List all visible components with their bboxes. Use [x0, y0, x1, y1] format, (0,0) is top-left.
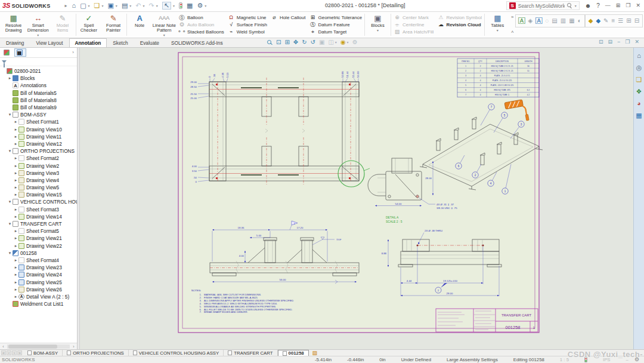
- search-input[interactable]: [518, 3, 565, 9]
- tree-item[interactable]: ▸Drawing View2: [0, 162, 77, 169]
- tree-item[interactable]: ▸Sheet Format2: [0, 155, 77, 162]
- status-assembly-mode[interactable]: Large Assembly Settings: [447, 357, 498, 362]
- prev-sheet-icon[interactable]: ‹: [7, 350, 11, 355]
- file-explorer-icon[interactable]: ❏: [636, 76, 642, 83]
- tree-item[interactable]: ▾ORTHO PROJECTIONS: [0, 147, 77, 155]
- revision-symbol-button[interactable]: ⚠Revision Symbol: [437, 14, 482, 21]
- close-button[interactable]: ✕: [636, 3, 640, 8]
- tree-item[interactable]: Bill of Materials9: [0, 104, 77, 111]
- tab-annotation[interactable]: Annotation: [69, 38, 107, 47]
- chevron-right-icon[interactable]: ▸: [13, 272, 18, 277]
- magnetic-line-button[interactable]: ΩMagnetic Line: [228, 14, 267, 21]
- chevron-down-icon[interactable]: ▾: [7, 251, 13, 256]
- balloon-1[interactable]: 1: [504, 190, 506, 193]
- layer-icon[interactable]: ☰: [618, 18, 623, 24]
- search-icon[interactable]: [567, 3, 572, 8]
- hide-show-items-icon[interactable]: ◉: [340, 39, 346, 45]
- ribbon-collapse-icon[interactable]: ˄: [511, 30, 514, 35]
- tree-item[interactable]: ▸Drawing View12: [0, 140, 77, 147]
- balloon-2[interactable]: 2: [475, 174, 476, 177]
- add-sheet-icon[interactable]: ▨: [309, 350, 321, 356]
- tab-evaluate[interactable]: Evaluate: [134, 38, 165, 47]
- balloon-6[interactable]: 6: [458, 165, 460, 168]
- center-mark-button[interactable]: ⊕Center Mark: [394, 14, 434, 21]
- sheet-tab-ortho-projections[interactable]: ORTHO PROJECTIONS: [63, 350, 129, 356]
- chevron-right-icon[interactable]: ▸: [13, 185, 18, 190]
- drawing-sheet[interactable]: [178, 53, 539, 333]
- save-icon[interactable]: ▣: [107, 2, 113, 9]
- tab-sketch[interactable]: Sketch: [107, 38, 134, 47]
- tree-item[interactable]: ▾VEHICLE CONTROL HOUSING ASSY: [0, 198, 77, 205]
- chevron-right-icon[interactable]: ▸: [13, 294, 18, 299]
- balloon-7[interactable]: 7: [491, 106, 493, 109]
- drawing-tree-tab[interactable]: ▤: [14, 48, 26, 57]
- last-sheet-icon[interactable]: »: [17, 350, 22, 355]
- tree-item[interactable]: Bill of Materials8: [0, 97, 77, 104]
- sheet-tab-001258[interactable]: 001258: [278, 350, 309, 356]
- pan-icon[interactable]: ✥: [293, 39, 298, 45]
- drawing-viewport[interactable]: 29.00 28.50 25.50 25.00 4.00 3.50 .50 0 …: [80, 48, 633, 349]
- sheet-tab-bom-assy[interactable]: BOM-ASSY: [23, 350, 63, 356]
- doc-close-icon[interactable]: ✕: [634, 39, 639, 45]
- chevron-down-icon[interactable]: ▾: [7, 222, 13, 226]
- chevron-down-icon[interactable]: ▾: [7, 112, 13, 117]
- tree-item[interactable]: ▸Drawing View5: [0, 184, 77, 191]
- chevron-right-icon[interactable]: ▸: [13, 164, 18, 168]
- appearances-icon[interactable]: ◕: [637, 100, 641, 107]
- zoom-to-fit-icon[interactable]: ⊡: [276, 39, 281, 45]
- grid-snap-icon[interactable]: ⊞: [626, 18, 631, 24]
- tree-item[interactable]: ▸Drawing View4: [0, 177, 77, 184]
- datum-target-button[interactable]: ⌖Datum Target: [309, 29, 362, 35]
- note-image-icon[interactable]: 🄰: [519, 18, 525, 24]
- zoom-to-area-icon[interactable]: ⊞: [284, 39, 289, 45]
- weld-symbol-button[interactable]: ⌁Weld Symbol: [228, 29, 267, 35]
- tab-drawing[interactable]: Drawing: [0, 38, 30, 47]
- tree-item[interactable]: ▸ADetail View A (2 : 5): [0, 293, 77, 300]
- doc-minimize-icon[interactable]: −: [617, 39, 620, 45]
- balloon-mini-icon[interactable]: ◈: [528, 18, 533, 24]
- chevron-right-icon[interactable]: ▸: [13, 229, 18, 233]
- previous-view-icon[interactable]: ↺: [311, 39, 315, 45]
- chevron-right-icon[interactable]: ▸: [13, 287, 18, 292]
- tree-item[interactable]: 02800-2021: [0, 67, 77, 75]
- tree-item[interactable]: ▾TRANSFER CART: [0, 220, 77, 227]
- datum-feature-button[interactable]: ⒶDatum Feature: [309, 21, 362, 28]
- gem-blue-icon[interactable]: ◆: [596, 18, 600, 24]
- tree-item[interactable]: Bill of Materials5: [0, 90, 77, 97]
- chevron-right-icon[interactable]: ▸: [13, 280, 18, 285]
- tile-windows-button[interactable]: ⊞: [616, 3, 621, 8]
- redo-icon[interactable]: ↷: [149, 2, 154, 9]
- next-sheet-icon[interactable]: ›: [12, 350, 17, 355]
- tree-item[interactable]: ▸Drawing View26: [0, 286, 77, 293]
- linear-note-pattern-button[interactable]: AAALinear Note Pattern▾: [152, 13, 177, 37]
- tree-item[interactable]: ▸Drawing View24: [0, 271, 77, 278]
- chevron-down-icon[interactable]: ▾: [7, 149, 13, 153]
- hole-callout-button[interactable]: ⌀Hole Callout: [271, 14, 306, 21]
- hatch-mini-icon[interactable]: ▥: [561, 18, 566, 24]
- view-settings-icon[interactable]: ⚙: [352, 39, 358, 45]
- chevron-right-icon[interactable]: ▸: [7, 76, 13, 81]
- tree-item[interactable]: ▾001258: [0, 250, 77, 257]
- chevron-down-icon[interactable]: ▾: [7, 199, 13, 204]
- tree-item[interactable]: Weldment Cut List1: [0, 300, 77, 307]
- doc-cascade-icon[interactable]: ⊟: [608, 39, 613, 45]
- chevron-right-icon[interactable]: ▸: [13, 156, 18, 161]
- resolve-drawing-button[interactable]: ▦Resolve Drawing: [1, 13, 26, 37]
- chevron-right-icon[interactable]: ▸: [13, 178, 18, 183]
- chevron-right-icon[interactable]: ▸: [13, 134, 18, 139]
- tree-item[interactable]: ▸Drawing View25: [0, 278, 77, 285]
- doc-tile-icon[interactable]: ⊡: [599, 39, 603, 45]
- note-button[interactable]: ANote: [128, 13, 152, 37]
- chevron-right-icon[interactable]: ▸: [13, 265, 18, 270]
- balloon-3[interactable]: 3: [521, 123, 522, 126]
- table-mini-icon[interactable]: ▤: [552, 18, 557, 24]
- tree-item[interactable]: ▸Sheet Format5: [0, 227, 77, 235]
- chevron-right-icon[interactable]: ▸: [13, 258, 18, 263]
- tables-button[interactable]: ▦Tables▾: [485, 13, 510, 37]
- rebuild-traffic-light-icon[interactable]: [179, 2, 182, 9]
- restore-button[interactable]: ❐: [626, 3, 630, 8]
- section-view-icon[interactable]: ▣: [319, 39, 324, 45]
- status-options-gear-icon[interactable]: ⚙: [634, 357, 639, 362]
- align-lines-icon[interactable]: ≡: [611, 18, 615, 24]
- print-icon[interactable]: ▤: [122, 2, 128, 9]
